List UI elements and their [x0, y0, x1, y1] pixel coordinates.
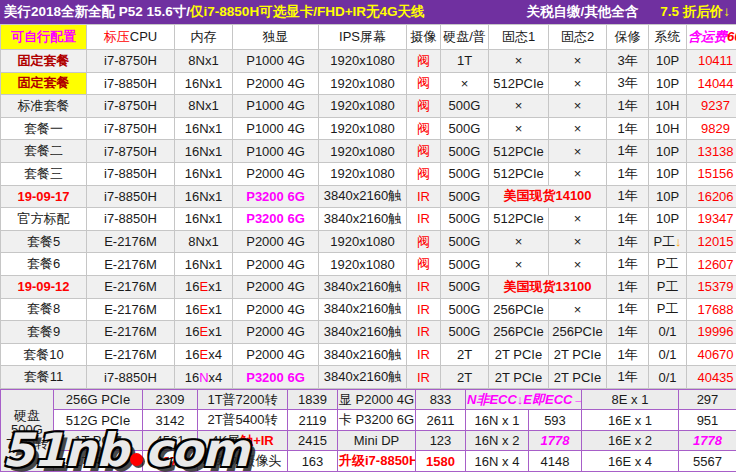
cell-package-text: 19-09-12 — [17, 279, 69, 294]
cell-cpu-text: i7-8850H — [104, 211, 157, 226]
cell-ssd2-text: × — [574, 166, 582, 181]
cell-camera-text: IR — [417, 347, 430, 362]
discount-note: 7.5 折后价↓ — [660, 3, 730, 21]
cell-gpu-text: P1000 4G — [246, 144, 305, 159]
product-title: 美行2018全新全配 P52 15.6寸/ — [4, 3, 190, 21]
cell-screen-text: 3840x2160触 — [324, 279, 401, 294]
cell-system: 10P — [649, 50, 687, 73]
cell-warranty-text: 1年 — [617, 98, 637, 113]
cell-gpu: P1000 4G — [233, 140, 319, 163]
cell-screen: 1920x1080 — [319, 230, 407, 253]
spec-row: 套餐一i7-8750H16Nx1P1000 4G1920x1080阀500G××… — [1, 117, 736, 140]
cell-system: 10P — [649, 72, 687, 95]
cell-screen-text: 3840x2160触 — [324, 211, 401, 226]
cell-system-text: 10P — [656, 211, 679, 226]
cell-screen-text: 3840x2160触 — [324, 324, 401, 339]
cell-ssd1: × — [489, 117, 549, 140]
cell-addon-item-text: N非ECC↓E即ECC→ — [467, 392, 582, 407]
addon-price-table: 硬盘500G7200转256G PCIe23091T普7200转1839显 P2… — [0, 389, 736, 472]
spec-row: 官方标配i7-8850H16Nx1P3200 6G3840x2160触IR500… — [1, 208, 736, 231]
cell-ssd2-text: 2T PCIe — [554, 347, 601, 362]
cell-addon-item: 16N x 2 — [466, 430, 529, 451]
col-header-memory-text: 内存 — [191, 29, 217, 44]
cell-memory-text: E — [200, 324, 209, 339]
cell-addon-price-text: 2611 — [427, 413, 455, 428]
cell-memory-text: 16Nx1 — [185, 76, 223, 91]
cell-cpu-text: i7-8750H — [104, 144, 157, 159]
cell-package-text: 套餐6 — [27, 256, 60, 271]
cell-screen: 1920x1080 — [319, 162, 407, 185]
cell-warranty-text: 1年 — [617, 256, 637, 271]
col-header-screen-text: IPS屏幕 — [339, 29, 386, 44]
cell-ssd2: × — [549, 230, 607, 253]
cell-system: 0/1 — [649, 321, 687, 344]
cell-system: P工 — [649, 275, 687, 298]
cell-system-text: 0/1 — [658, 324, 676, 339]
cell-addon-price: 4148 — [529, 451, 582, 472]
cell-price: 9237 — [687, 95, 736, 118]
cell-hdd-text: 500G — [449, 144, 481, 159]
cell-screen: 1920x1080 — [319, 117, 407, 140]
cell-ssd2-text: × — [574, 257, 582, 272]
cell-system: P工 — [649, 298, 687, 321]
cell-memory-text: 16 — [185, 370, 199, 385]
cell-warranty-text: 1年 — [617, 301, 637, 316]
cell-screen-text: 3840x2160触 — [324, 347, 401, 362]
cell-addon-price: 163 — [288, 451, 338, 472]
cell-cpu: E-2176M — [87, 343, 175, 366]
cell-camera: IR — [407, 321, 441, 344]
cell-system-text: 10P — [656, 76, 679, 91]
cell-addon-price-text: 9278 — [156, 454, 185, 469]
cell-screen: 3840x2160触 — [319, 298, 407, 321]
cell-hdd-base-line: 500G — [1, 423, 53, 437]
cell-camera: IR — [407, 275, 441, 298]
cell-addon-item: 升级i7-8850H — [338, 451, 416, 472]
cell-addon-item-text: 1T PCIe — [74, 433, 121, 448]
cell-addon-price: 5567 — [679, 451, 736, 472]
cell-camera-text: 阀 — [417, 75, 430, 90]
cell-hdd-text: 2T — [457, 347, 472, 362]
cell-screen: 3840x2160触 — [319, 208, 407, 231]
cell-hdd-text: 500G — [449, 98, 481, 113]
cell-ssd1-text: 512PCIe — [493, 211, 544, 226]
cell-gpu: P2000 4G — [233, 275, 319, 298]
cell-hdd-base: 硬盘500G7200转 — [1, 389, 54, 471]
cell-camera-text: IR — [417, 189, 430, 204]
cell-addon-price-text: 2309 — [156, 392, 185, 407]
cell-camera: IR — [407, 185, 441, 208]
cell-addon-price-text: 163 — [302, 454, 324, 469]
cell-ssd1-text: 2T PCIe — [495, 347, 542, 362]
cell-package-text: 官方标配 — [18, 211, 70, 226]
cell-camera-text: IR — [417, 370, 430, 385]
cell-gpu: P2000 4G — [233, 253, 319, 276]
cell-gpu-text: P2000 4G — [246, 279, 305, 294]
cell-price: 19347 — [687, 208, 736, 231]
cell-package-text: 套餐9 — [27, 324, 60, 339]
cell-package-text: 固定套餐 — [18, 53, 70, 68]
cell-camera: 阀 — [407, 162, 441, 185]
cell-price-text: 12607 — [697, 257, 733, 272]
cell-gpu-text: P1000 4G — [246, 98, 305, 113]
cell-ssd2: × — [549, 253, 607, 276]
cell-camera: IR — [407, 208, 441, 231]
cell-ssd2-text: × — [574, 53, 582, 68]
cell-ssd2: × — [549, 95, 607, 118]
cell-ssd1-text: 512PCIe — [493, 76, 544, 91]
cell-ssd1: 512PCIe — [489, 140, 549, 163]
col-header-price-text: 600 — [727, 29, 736, 44]
cell-addon-item: 16N x 1 — [466, 410, 529, 431]
col-header-hdd-text: 硬盘/普 — [443, 29, 486, 44]
spec-row: 套餐5E-2176M8Nx1P2000 4G1920x1080阀500G××1年… — [1, 230, 736, 253]
cell-memory: 8Nx1 — [175, 230, 233, 253]
cell-memory-text: 16Nx1 — [185, 211, 223, 226]
cell-price: 16206 — [687, 185, 736, 208]
cell-cpu-text: i7-8750H — [104, 53, 157, 68]
cell-addon-price: 4561 — [143, 430, 198, 451]
cell-cpu: E-2176M — [87, 298, 175, 321]
cell-screen: 3840x2160触 — [319, 185, 407, 208]
cell-cpu: E-2176M — [87, 321, 175, 344]
cell-hdd: 500G — [441, 185, 489, 208]
col-header-cpu: 标压CPU — [87, 25, 175, 50]
cell-addon-price-text: 593 — [544, 413, 566, 428]
cell-camera-text: 阀 — [417, 98, 430, 113]
